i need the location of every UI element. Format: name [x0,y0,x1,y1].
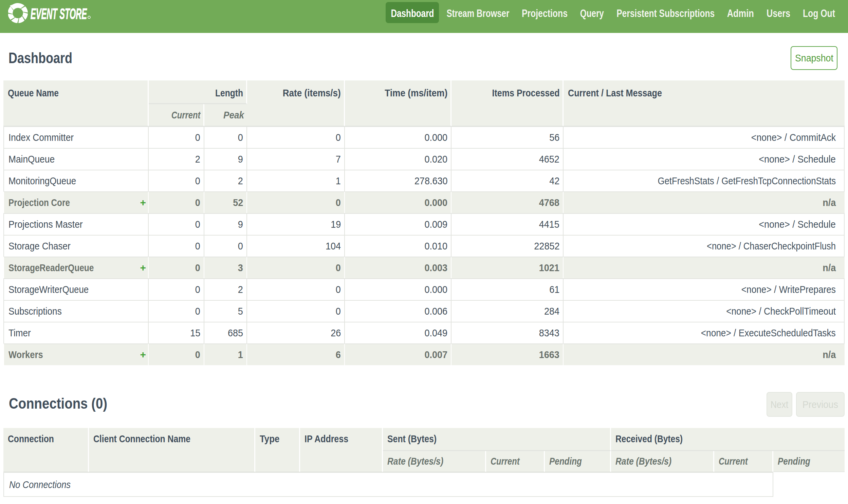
svg-text:EVENT STORE: EVENT STORE [31,5,87,22]
